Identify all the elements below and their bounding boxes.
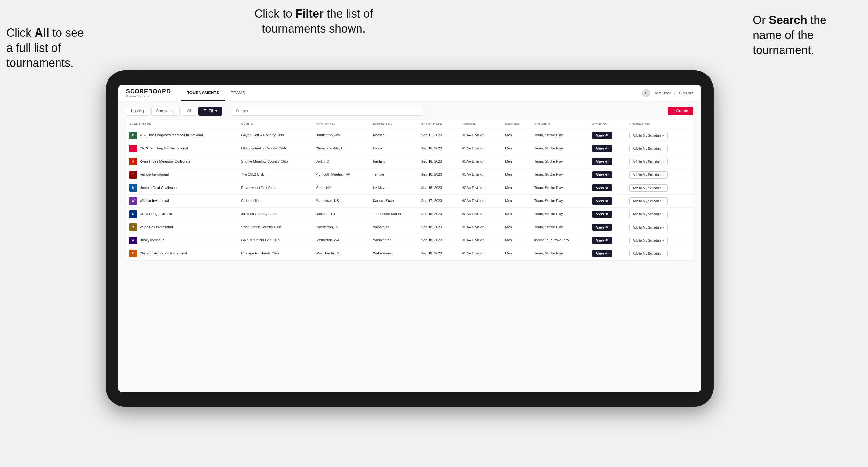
add-schedule-button-0[interactable]: Add to My Schedule + — [629, 132, 668, 139]
table-row: T Temple Invitational The 1912 Club Plym… — [126, 168, 693, 182]
hosted-cell-9: Wake Forest — [370, 247, 418, 260]
actions-cell-3: View 👁 — [589, 168, 626, 182]
team-logo-1: I — [129, 145, 137, 152]
view-button-6[interactable]: View 👁 — [592, 211, 612, 218]
add-schedule-button-1[interactable]: Add to My Schedule + — [629, 145, 668, 152]
team-logo-6: G — [129, 210, 137, 218]
nav-tab-tournaments[interactable]: TOURNAMENTS — [181, 85, 225, 101]
competing-cell-9: Add to My Schedule + — [626, 247, 693, 260]
division-cell-3: NCAA Division I — [458, 168, 502, 182]
view-button-1[interactable]: View 👁 — [592, 145, 612, 152]
actions-cell-4: View 👁 — [589, 182, 626, 195]
view-button-4[interactable]: View 👁 — [592, 184, 612, 191]
nav-tab-teams[interactable]: TEAMS — [225, 85, 251, 101]
add-schedule-button-8[interactable]: Add to My Schedule + — [629, 237, 668, 244]
venue-cell-4: Ravenwood Golf Club — [238, 182, 312, 195]
col-competing: COMPETING — [626, 120, 693, 129]
table-header-row: EVENT NAME VENUE CITY, STATE HOSTED BY S… — [126, 120, 693, 129]
logo-area: SCOREBOARD Powered by clippd — [126, 88, 171, 98]
date-cell-9: Sep 18, 2023 — [418, 247, 458, 260]
city-cell-5: Manhattan, KS — [312, 195, 370, 208]
search-input[interactable] — [231, 106, 423, 116]
city-cell-0: Huntington, WV — [312, 129, 370, 142]
view-button-0[interactable]: View 👁 — [592, 132, 612, 139]
filter-bar: Hosting Competing All ☰ Filter + Create — [126, 106, 693, 116]
col-event-name: EVENT NAME — [126, 120, 238, 129]
event-cell-3: T Temple Invitational — [126, 168, 238, 182]
table-row: W Wildcat Invitational Colbert Hills Man… — [126, 195, 693, 208]
create-button[interactable]: + Create — [668, 107, 693, 115]
date-cell-5: Sep 17, 2023 — [418, 195, 458, 208]
col-scoring: SCORING — [531, 120, 589, 129]
scoring-cell-3: Team, Stroke Play — [531, 168, 589, 182]
hosting-filter-button[interactable]: Hosting — [126, 106, 149, 116]
gender-cell-8: Men — [502, 234, 531, 247]
scoring-cell-1: Team, Stroke Play — [531, 142, 589, 155]
eye-icon-7: 👁 — [605, 226, 609, 229]
table-row: F Ryan T. Lee Memorial Collegiate Shuttl… — [126, 155, 693, 168]
view-button-8[interactable]: View 👁 — [592, 237, 612, 244]
eye-icon-1: 👁 — [605, 147, 609, 150]
signout-link[interactable]: Sign out — [679, 91, 693, 95]
event-name-6: Grover Page Classic — [140, 212, 172, 216]
eye-icon-4: 👁 — [605, 186, 609, 190]
city-cell-4: Victor, NY — [312, 182, 370, 195]
actions-cell-7: View 👁 — [589, 221, 626, 234]
hosted-cell-3: Temple — [370, 168, 418, 182]
actions-cell-0: View 👁 — [589, 129, 626, 142]
add-schedule-button-2[interactable]: Add to My Schedule + — [629, 158, 668, 165]
col-gender: GENDER — [502, 120, 531, 129]
add-schedule-button-4[interactable]: Add to My Schedule + — [629, 184, 668, 192]
view-button-5[interactable]: View 👁 — [592, 197, 612, 205]
scoring-cell-7: Team, Stroke Play — [531, 221, 589, 234]
competing-cell-7: Add to My Schedule + — [626, 221, 693, 234]
scoring-cell-2: Team, Stroke Play — [531, 155, 589, 168]
city-cell-1: Olympia Fields, IL — [312, 142, 370, 155]
view-button-9[interactable]: View 👁 — [592, 250, 612, 257]
venue-cell-7: Sand Creek Country Club — [238, 221, 312, 234]
add-schedule-button-3[interactable]: Add to My Schedule + — [629, 171, 668, 179]
team-logo-5: W — [129, 197, 137, 205]
event-cell-7: V Valpo Fall Invitational — [126, 221, 238, 234]
venue-cell-1: Olympia Fields Country Club — [238, 142, 312, 155]
table-row: G Grover Page Classic Jackson Country Cl… — [126, 208, 693, 221]
hosted-cell-2: Fairfield — [370, 155, 418, 168]
view-button-7[interactable]: View 👁 — [592, 224, 612, 231]
col-start-date: START DATE — [418, 120, 458, 129]
add-schedule-button-9[interactable]: Add to My Schedule + — [629, 250, 668, 257]
all-filter-button[interactable]: All — [182, 106, 196, 116]
actions-cell-8: View 👁 — [589, 234, 626, 247]
eye-icon-6: 👁 — [605, 213, 609, 216]
view-button-2[interactable]: View 👁 — [592, 158, 612, 165]
scoring-cell-4: Team, Stroke Play — [531, 182, 589, 195]
event-cell-9: C Chicago Highlands Invitational — [126, 247, 238, 260]
eye-icon-0: 👁 — [605, 134, 609, 137]
divider: | — [674, 91, 675, 95]
annotation-top-right: Or Search thename of thetournament. — [753, 13, 862, 58]
division-cell-2: NCAA Division I — [458, 155, 502, 168]
date-cell-7: Sep 18, 2023 — [418, 221, 458, 234]
add-schedule-button-5[interactable]: Add to My Schedule + — [629, 197, 668, 205]
event-cell-2: F Ryan T. Lee Memorial Collegiate — [126, 155, 238, 168]
team-logo-7: V — [129, 223, 137, 231]
event-cell-4: U Upstate Dual Challenge — [126, 182, 238, 195]
gender-cell-1: Men — [502, 142, 531, 155]
date-cell-3: Sep 16, 2023 — [418, 168, 458, 182]
view-button-3[interactable]: View 👁 — [592, 171, 612, 178]
add-schedule-button-7[interactable]: Add to My Schedule + — [629, 224, 668, 231]
event-cell-6: G Grover Page Classic — [126, 208, 238, 221]
competing-cell-2: Add to My Schedule + — [626, 155, 693, 168]
competing-cell-8: Add to My Schedule + — [626, 234, 693, 247]
venue-cell-5: Colbert Hills — [238, 195, 312, 208]
competing-cell-6: Add to My Schedule + — [626, 208, 693, 221]
add-schedule-button-6[interactable]: Add to My Schedule + — [629, 211, 668, 218]
gender-cell-6: Men — [502, 208, 531, 221]
filter-icon-button[interactable]: ☰ Filter — [198, 106, 222, 116]
actions-cell-6: View 👁 — [589, 208, 626, 221]
competing-cell-4: Add to My Schedule + — [626, 182, 693, 195]
city-cell-3: Plymouth Meeting, PA — [312, 168, 370, 182]
division-cell-4: NCAA Division I — [458, 182, 502, 195]
competing-filter-button[interactable]: Competing — [151, 106, 180, 116]
gender-cell-7: Men — [502, 221, 531, 234]
eye-icon-8: 👁 — [605, 239, 609, 242]
